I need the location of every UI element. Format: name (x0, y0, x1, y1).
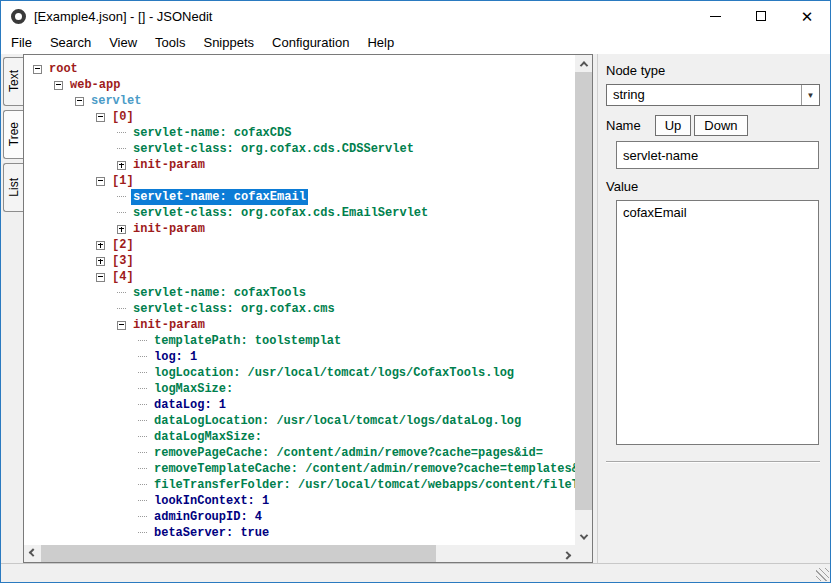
tree-row[interactable]: servlet-class: org.cofax.cds.CDSServlet (24, 141, 575, 157)
tree-row[interactable]: adminGroupID: 4 (24, 509, 575, 525)
close-button[interactable]: ✕ (784, 1, 830, 31)
tree-row[interactable]: servlet (24, 93, 575, 109)
tree-row[interactable]: templatePath: toolstemplat (24, 333, 575, 349)
tab-text[interactable]: Text (3, 57, 24, 106)
tree-node-label[interactable]: servlet-class: org.cofax.cds.CDSServlet (131, 141, 416, 157)
tree-row[interactable]: dataLogMaxSize: (24, 429, 575, 445)
tree-node-label[interactable]: web-app (68, 77, 122, 93)
tree-node-label[interactable]: fileTransferFolder: /usr/local/tomcat/we… (152, 477, 575, 493)
tree-node-label[interactable]: servlet-name: cofaxTools (131, 285, 308, 301)
scroll-up-button[interactable] (575, 55, 592, 72)
minimize-button[interactable] (692, 1, 738, 31)
expand-icon[interactable] (96, 241, 105, 250)
tree-row[interactable]: [2] (24, 237, 575, 253)
tree-node-label[interactable]: log: 1 (152, 349, 199, 365)
tree-node-label[interactable]: servlet (89, 93, 143, 109)
tree-row[interactable]: servlet-name: cofaxEmail (24, 189, 575, 205)
collapse-icon[interactable] (96, 177, 105, 186)
tree-node-label[interactable]: dataLogLocation: /usr/local/tomcat/logs/… (152, 413, 523, 429)
title-bar[interactable]: [Example4.json] - [] - JSONedit ✕ (1, 1, 830, 31)
menu-item-search[interactable]: Search (41, 32, 100, 53)
collapse-icon[interactable] (96, 113, 105, 122)
tree-node-label[interactable]: [4] (110, 269, 136, 285)
tree-node-label[interactable]: servlet-class: org.cofax.cds.EmailServle… (131, 205, 430, 221)
tree-row[interactable]: servlet-name: cofaxTools (24, 285, 575, 301)
tree-row[interactable]: [1] (24, 173, 575, 189)
tree-node-label[interactable]: dataLog: 1 (152, 397, 228, 413)
vertical-scroll-thumb[interactable] (575, 72, 592, 510)
scroll-right-button[interactable] (558, 545, 575, 562)
menu-item-configuration[interactable]: Configuration (263, 32, 358, 53)
tree-node-label[interactable]: servlet-name: cofaxCDS (131, 125, 293, 141)
tree-row[interactable]: root (24, 61, 575, 77)
menu-item-tools[interactable]: Tools (146, 32, 194, 53)
tree-node-label[interactable]: [0] (110, 109, 136, 125)
collapse-icon[interactable] (33, 65, 42, 74)
tree-row[interactable]: init-param (24, 317, 575, 333)
collapse-icon[interactable] (96, 273, 105, 282)
tree-row[interactable]: [3] (24, 253, 575, 269)
tree-row[interactable]: lookInContext: 1 (24, 493, 575, 509)
name-input[interactable] (616, 141, 819, 169)
tree-row[interactable]: init-param (24, 157, 575, 173)
tree-row[interactable]: [4] (24, 269, 575, 285)
tree-row[interactable]: log: 1 (24, 349, 575, 365)
collapse-icon[interactable] (117, 321, 126, 330)
tree-node-label[interactable]: lookInContext: 1 (152, 493, 271, 509)
horizontal-scroll-thumb[interactable] (41, 545, 436, 562)
tree-row[interactable]: init-param (24, 221, 575, 237)
tree-row[interactable]: [0] (24, 109, 575, 125)
tree-row[interactable]: servlet-name: cofaxCDS (24, 125, 575, 141)
tree-row[interactable]: removePageCache: /content/admin/remove?c… (24, 445, 575, 461)
expand-icon[interactable] (117, 225, 126, 234)
tree-node-label[interactable]: servlet-name: cofaxEmail (131, 189, 308, 205)
resize-grip[interactable] (816, 568, 829, 581)
menu-item-file[interactable]: File (2, 32, 41, 53)
tree-row[interactable]: logMaxSize: (24, 381, 575, 397)
tree-node-label[interactable]: servlet-class: org.cofax.cms (131, 301, 337, 317)
json-tree[interactable]: rootweb-appservlet[0]servlet-name: cofax… (24, 55, 575, 545)
tree-row[interactable]: servlet-class: org.cofax.cms (24, 301, 575, 317)
menu-item-view[interactable]: View (100, 32, 146, 53)
tree-node-label[interactable]: removePageCache: /content/admin/remove?c… (152, 445, 545, 461)
node-type-select[interactable]: string ▼ (606, 84, 820, 106)
collapse-icon[interactable] (54, 81, 63, 90)
down-button[interactable]: Down (694, 115, 747, 136)
collapse-icon[interactable] (75, 97, 84, 106)
tree-row[interactable]: removeTemplateCache: /content/admin/remo… (24, 461, 575, 477)
menu-item-help[interactable]: Help (358, 32, 403, 53)
tree-row[interactable]: dataLogLocation: /usr/local/tomcat/logs/… (24, 413, 575, 429)
tree-row[interactable]: servlet-class: org.cofax.cds.EmailServle… (24, 205, 575, 221)
tree-node-label[interactable]: init-param (131, 317, 207, 333)
tree-row[interactable]: fileTransferFolder: /usr/local/tomcat/we… (24, 477, 575, 493)
tab-tree[interactable]: Tree (3, 110, 24, 159)
tree-node-label[interactable]: betaServer: true (152, 525, 271, 541)
expand-icon[interactable] (117, 161, 126, 170)
tree-row[interactable]: dataLog: 1 (24, 397, 575, 413)
value-textarea[interactable]: cofaxEmail (616, 200, 819, 445)
dropdown-arrow-icon[interactable]: ▼ (801, 85, 819, 105)
tree-node-label[interactable]: init-param (131, 157, 207, 173)
expand-icon[interactable] (96, 257, 105, 266)
scroll-left-button[interactable] (24, 545, 41, 562)
up-button[interactable]: Up (655, 115, 692, 136)
tree-node-label[interactable]: adminGroupID: 4 (152, 509, 264, 525)
vertical-scrollbar[interactable] (575, 55, 592, 545)
tree-node-label[interactable]: templatePath: toolstemplat (152, 333, 343, 349)
tree-node-label[interactable]: [1] (110, 173, 136, 189)
tree-node-label[interactable]: root (47, 61, 80, 77)
tree-node-label[interactable]: logMaxSize: (152, 381, 235, 397)
maximize-button[interactable] (738, 1, 784, 31)
tree-row[interactable]: web-app (24, 77, 575, 93)
tree-node-label[interactable]: [2] (110, 237, 136, 253)
tab-list[interactable]: List (3, 163, 24, 212)
tree-row[interactable]: logLocation: /usr/local/tomcat/logs/Cofa… (24, 365, 575, 381)
menu-item-snippets[interactable]: Snippets (194, 32, 263, 53)
tree-row[interactable]: betaServer: true (24, 525, 575, 541)
tree-node-label[interactable]: removeTemplateCache: /content/admin/remo… (152, 461, 575, 477)
tree-node-label[interactable]: logLocation: /usr/local/tomcat/logs/Cofa… (152, 365, 516, 381)
tree-node-label[interactable]: init-param (131, 221, 207, 237)
scroll-down-button[interactable] (575, 528, 592, 545)
horizontal-scrollbar[interactable] (24, 545, 575, 562)
tree-node-label[interactable]: dataLogMaxSize: (152, 429, 264, 445)
